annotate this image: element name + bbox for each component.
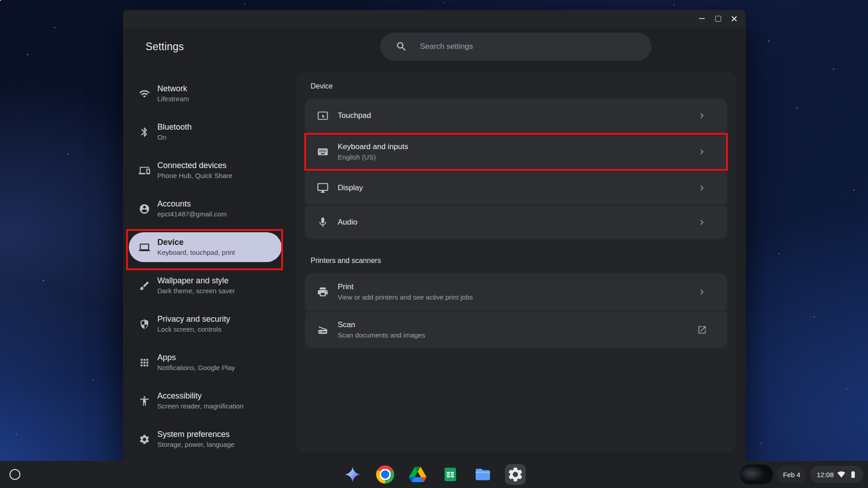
- quick-settings-chip[interactable]: 12:08: [810, 466, 863, 483]
- sheets-icon: [442, 466, 459, 483]
- chrome-icon: [376, 465, 394, 483]
- maximize-icon: [715, 16, 721, 22]
- wifi-status-icon: [837, 470, 845, 479]
- settings-window: Settings NetworkLifestreamBluetoothOnCon…: [123, 10, 746, 461]
- row-label: Audio: [338, 218, 357, 227]
- app-button-settings[interactable]: [505, 464, 526, 485]
- section-header-device: Device: [311, 83, 736, 90]
- shelf: Feb 4 12:08: [0, 461, 868, 488]
- row-label: Display: [338, 183, 363, 192]
- sidebar-item-label: Accessibility: [157, 391, 244, 401]
- search-input[interactable]: [419, 42, 641, 52]
- app-button-chrome[interactable]: [375, 464, 396, 485]
- app-button-assistant[interactable]: [342, 464, 363, 485]
- row-label: Scan: [338, 320, 425, 329]
- account-icon: [139, 203, 150, 215]
- window-titlebar[interactable]: [123, 10, 746, 27]
- keyboard-icon: [317, 146, 329, 158]
- chevron-right-icon: [697, 217, 707, 227]
- open-in-new-icon: [697, 325, 707, 335]
- mic-icon: [317, 216, 329, 228]
- sidebar-item-label: Wallpaper and style: [157, 276, 235, 286]
- section-header-printers-and-scanners: Printers and scanners: [311, 257, 736, 264]
- close-icon: [731, 15, 738, 22]
- sidebar-item-sublabel: Lifestream: [157, 95, 189, 103]
- launcher-button[interactable]: [7, 467, 23, 482]
- assistant-star-icon: [344, 466, 361, 483]
- wifi-icon: [139, 88, 150, 99]
- sidebar-item-label: Device: [157, 238, 235, 248]
- chevron-right-icon: [697, 287, 707, 297]
- sidebar-item-accessibility[interactable]: AccessibilityScreen reader, magnificatio…: [129, 386, 282, 416]
- row-label: Touchpad: [338, 111, 371, 120]
- sidebar-item-connected-devices[interactable]: Connected devicesPhone Hub, Quick Share: [129, 155, 282, 185]
- window-controls: [693, 10, 742, 27]
- row-touchpad[interactable]: Touchpad: [305, 99, 727, 132]
- sidebar-item-sublabel: Screen reader, magnification: [157, 402, 244, 410]
- sidebar-nav: NetworkLifestreamBluetoothOnConnected de…: [129, 79, 282, 461]
- app-button-files[interactable]: [472, 464, 493, 485]
- sidebar-item-sublabel: Phone Hub, Quick Share: [157, 172, 232, 180]
- time-label: 12:08: [816, 471, 834, 479]
- chevron-right-icon: [697, 183, 707, 193]
- settings-card: PrintView or add printers and see active…: [305, 273, 727, 348]
- brush-icon: [139, 280, 150, 291]
- apps-icon: [139, 357, 150, 368]
- laptop-icon: [139, 242, 150, 253]
- printer-icon: [317, 286, 329, 298]
- sidebar-item-apps[interactable]: AppsNotifications, Google Play: [129, 347, 282, 377]
- minimize-button[interactable]: [693, 10, 710, 27]
- close-button[interactable]: [726, 10, 742, 27]
- bluetooth-icon: [139, 127, 150, 138]
- sidebar-item-label: Privacy and security: [157, 314, 230, 324]
- shelf-apps: [342, 464, 526, 485]
- files-icon: [474, 466, 491, 483]
- app-button-drive[interactable]: [407, 464, 428, 485]
- maximize-button[interactable]: [710, 10, 726, 27]
- sidebar-item-sublabel: Storage, power, language: [157, 441, 235, 449]
- chevron-right-icon: [697, 147, 707, 157]
- row-label: Keyboard and inputs: [338, 142, 408, 151]
- drive-icon: [409, 466, 426, 483]
- row-sublabel: English (US): [338, 153, 408, 161]
- sidebar-item-network[interactable]: NetworkLifestream: [129, 79, 282, 108]
- launcher-icon: [9, 469, 20, 480]
- touchpad-icon: [317, 110, 329, 122]
- sidebar-item-system-preferences[interactable]: System preferencesStorage, power, langua…: [129, 424, 282, 454]
- display-icon: [317, 182, 329, 194]
- sidebar-item-label: System preferences: [157, 430, 235, 440]
- scanner-icon: [317, 324, 329, 336]
- sidebar-item-sublabel: Keyboard, touchpad, print: [157, 249, 235, 257]
- row-display[interactable]: Display: [305, 171, 727, 205]
- settings-card: TouchpadKeyboard and inputsEnglish (US)D…: [305, 99, 727, 239]
- page-title: Settings: [146, 41, 184, 53]
- sidebar-item-sublabel: On: [157, 133, 192, 141]
- sidebar-item-wallpaper[interactable]: Wallpaper and styleDark theme, screen sa…: [129, 271, 282, 300]
- chevron-right-icon: [697, 111, 707, 121]
- date-chip[interactable]: Feb 4: [777, 466, 807, 483]
- battery-icon: [849, 470, 857, 479]
- sidebar-item-accounts[interactable]: Accountsepct41487@gmail.com: [129, 194, 282, 224]
- gear-icon: [139, 434, 150, 445]
- sidebar-item-label: Apps: [157, 353, 235, 363]
- row-scan[interactable]: ScanScan documents and images: [305, 311, 727, 348]
- sidebar-item-sublabel: Dark theme, screen saver: [157, 287, 235, 295]
- search-icon: [396, 41, 407, 52]
- status-tray-avatar[interactable]: [740, 465, 773, 484]
- shield-icon: [139, 319, 150, 330]
- sidebar-item-label: Bluetooth: [157, 122, 192, 132]
- row-audio[interactable]: Audio: [305, 206, 727, 239]
- row-label: Print: [338, 282, 473, 291]
- minimize-icon: [699, 18, 705, 19]
- search-bar[interactable]: [380, 33, 651, 61]
- sidebar-item-bluetooth[interactable]: BluetoothOn: [129, 117, 282, 147]
- row-keyboard[interactable]: Keyboard and inputsEnglish (US): [305, 133, 727, 170]
- sidebar-item-sublabel: Lock screen, controls: [157, 325, 230, 333]
- sidebar-item-label: Accounts: [157, 199, 227, 209]
- sidebar-item-device[interactable]: DeviceKeyboard, touchpad, print: [129, 232, 282, 262]
- main-panel: DeviceTouchpadKeyboard and inputsEnglish…: [296, 72, 736, 452]
- sidebar-item-privacy[interactable]: Privacy and securityLock screen, control…: [129, 309, 282, 339]
- settings-gear-icon: [507, 466, 524, 483]
- app-button-sheets[interactable]: [440, 464, 461, 485]
- row-print[interactable]: PrintView or add printers and see active…: [305, 273, 727, 310]
